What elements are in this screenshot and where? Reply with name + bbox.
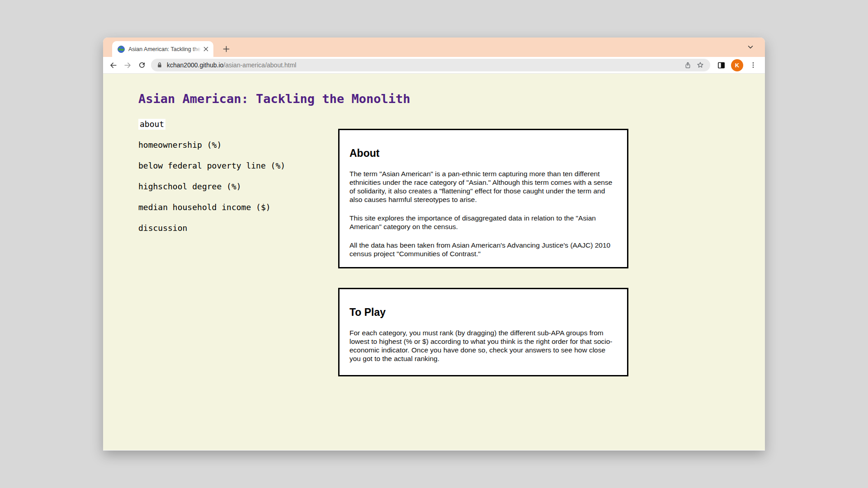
about-card-paragraph: All the data has been taken from Asian A…	[349, 241, 617, 258]
nav-link-income[interactable]: median household income ($)	[138, 202, 285, 213]
browser-window: Asian American: Tackling the M	[103, 38, 765, 450]
nav-link-highschool[interactable]: highschool degree (%)	[138, 181, 285, 192]
tab-title: Asian American: Tackling the M	[128, 46, 202, 53]
browser-tab[interactable]: Asian American: Tackling the M	[112, 41, 213, 57]
about-card: About The term "Asian American" is a pan…	[338, 129, 628, 268]
share-icon[interactable]	[681, 59, 694, 71]
lock-icon	[156, 62, 163, 68]
url-bar[interactable]: kchan2000.github.io/asian-america/about.…	[151, 59, 710, 71]
to-play-card: To Play For each category, you must rank…	[338, 288, 628, 376]
nav-link-about[interactable]: about	[138, 119, 285, 130]
reload-button[interactable]	[135, 58, 149, 72]
tab-overflow-chevron-icon[interactable]	[747, 43, 755, 52]
browser-menu-icon[interactable]	[747, 59, 760, 71]
bookmark-star-icon[interactable]	[694, 59, 707, 71]
back-button[interactable]	[106, 58, 120, 72]
side-panel-icon[interactable]	[715, 59, 727, 71]
page-title: Asian American: Tackling the Monolith	[138, 92, 410, 106]
browser-toolbar: kchan2000.github.io/asian-america/about.…	[103, 57, 765, 74]
nav-link-poverty[interactable]: below federal poverty line (%)	[138, 160, 285, 171]
to-play-card-heading: To Play	[349, 306, 617, 319]
profile-avatar[interactable]: K	[731, 59, 743, 71]
page-content: Asian American: Tackling the Monolith ab…	[103, 74, 765, 450]
nav-link-discussion[interactable]: discussion	[138, 223, 285, 234]
url-path: /asian-america/about.html	[223, 61, 296, 69]
globe-favicon-icon	[118, 46, 125, 53]
url-host: kchan2000.github.io	[167, 61, 223, 69]
nav-link-homeownership[interactable]: homeownership (%)	[138, 140, 285, 150]
about-card-paragraph: The term "Asian American" is a pan-ethni…	[349, 169, 617, 204]
tab-strip: Asian American: Tackling the M	[103, 38, 765, 57]
site-nav: about homeownership (%) below federal po…	[138, 119, 285, 244]
to-play-card-paragraph: For each category, you must rank (by dra…	[349, 328, 617, 363]
about-card-paragraph: This site explores the importance of dis…	[349, 214, 617, 231]
forward-button[interactable]	[120, 58, 135, 72]
about-card-heading: About	[349, 147, 617, 160]
tab-close-icon[interactable]	[202, 45, 210, 53]
new-tab-button[interactable]	[219, 41, 233, 57]
url-text: kchan2000.github.io/asian-america/about.…	[167, 61, 681, 69]
toolbar-right-group: K	[715, 59, 760, 71]
